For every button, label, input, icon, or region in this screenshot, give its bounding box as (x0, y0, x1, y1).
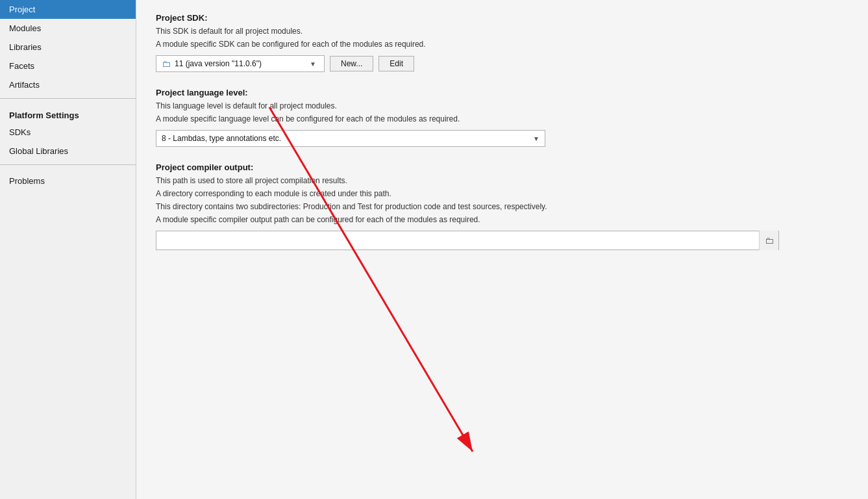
compiler-output-input[interactable] (156, 233, 759, 248)
sdk-desc1: This SDK is default for all project modu… (156, 25, 849, 37)
sdk-desc2: A module specific SDK can be configured … (156, 38, 849, 50)
sidebar-item-problems[interactable]: Problems (0, 172, 136, 190)
compiler-section: Project compiler output: This path is us… (156, 162, 849, 250)
compiler-title: Project compiler output: (156, 162, 849, 172)
sdk-edit-button[interactable]: Edit (378, 56, 414, 71)
language-section: Project language level: This language le… (156, 88, 849, 147)
compiler-desc1: This path is used to store all project c… (156, 175, 849, 186)
language-title: Project language level: (156, 88, 849, 97)
sdk-folder-icon: 🗀 (162, 58, 171, 69)
language-selected-value: 8 - Lambdas, type annotations etc. (162, 134, 281, 143)
compiler-output-row: 🗀 (156, 231, 779, 250)
language-desc2: A module specific language level can be … (156, 113, 849, 125)
compiler-desc4: A module specific compiler output path c… (156, 214, 849, 225)
platform-settings-header: Platform Settings (0, 105, 136, 123)
sidebar-item-artifacts[interactable]: Artifacts (0, 75, 136, 94)
sidebar: Project Modules Libraries Facets Artifac… (0, 0, 136, 499)
sdk-section: Project SDK: This SDK is default for all… (156, 13, 849, 72)
sdk-new-button[interactable]: New... (330, 56, 373, 71)
sidebar-item-project[interactable]: Project (0, 0, 136, 19)
sdk-selected-value: 11 (java version "11.0.6") (175, 59, 262, 68)
sidebar-item-facets[interactable]: Facets (0, 57, 136, 75)
sidebar-item-global-libraries[interactable]: Global Libraries (0, 142, 136, 160)
compiler-desc2: A directory corresponding to each module… (156, 188, 849, 199)
compiler-desc3: This directory contains two subdirectori… (156, 201, 849, 212)
main-content: Project SDK: This SDK is default for all… (136, 0, 868, 499)
sdk-controls-row: 🗀 11 (java version "11.0.6") ▼ New... Ed… (156, 55, 849, 72)
sidebar-divider-1 (0, 98, 136, 99)
language-desc1: This language level is default for all p… (156, 100, 849, 112)
sidebar-item-sdks[interactable]: SDKs (0, 123, 136, 142)
sdk-dropdown[interactable]: 🗀 11 (java version "11.0.6") ▼ (156, 55, 325, 72)
sidebar-item-libraries[interactable]: Libraries (0, 38, 136, 57)
sidebar-divider-2 (0, 164, 136, 165)
sdk-dropdown-arrow: ▼ (310, 60, 316, 68)
language-dropdown-arrow: ▼ (533, 135, 539, 142)
compiler-browse-button[interactable]: 🗀 (759, 231, 778, 250)
folder-browse-icon: 🗀 (765, 235, 774, 246)
language-dropdown[interactable]: 8 - Lambdas, type annotations etc. ▼ (156, 130, 545, 147)
sidebar-item-modules[interactable]: Modules (0, 19, 136, 38)
sdk-title: Project SDK: (156, 13, 849, 23)
